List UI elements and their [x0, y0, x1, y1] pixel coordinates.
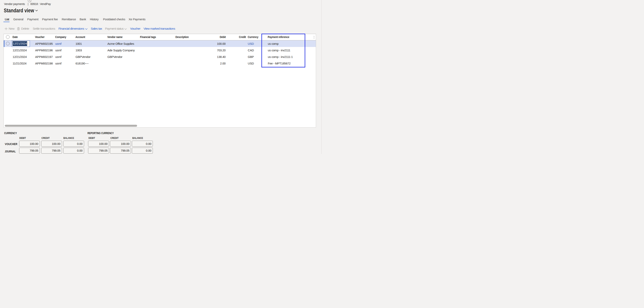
chevron-down-icon[interactable]	[124, 28, 127, 30]
journal-row-label: JOURNAL	[5, 150, 16, 153]
cell-date[interactable]: 12/21/2024	[12, 49, 34, 52]
column-header-vendor-name[interactable]: Vendor name	[106, 35, 136, 39]
horizontal-scrollbar-thumb[interactable]	[5, 125, 137, 127]
breadcrumb-separator: |	[28, 2, 28, 5]
cell-payment-reference[interactable]: Fee - MPT185672	[262, 62, 306, 65]
column-header-credit[interactable]: Credit	[229, 35, 247, 39]
chevron-down-icon[interactable]	[85, 28, 88, 30]
grid-row-2[interactable]: 12/21/2024 APPM002196 usmf 1003 Ade Supp…	[4, 47, 316, 53]
settle-transactions-button[interactable]: Settle transactions	[33, 27, 55, 30]
cell-account[interactable]: 1001	[75, 42, 106, 45]
cell-vendor-name[interactable]: GBPVendor	[106, 55, 139, 58]
column-header-company[interactable]: Company	[54, 35, 73, 39]
column-header-description[interactable]: Description	[175, 35, 204, 39]
cell-payment-reference[interactable]: us comp	[262, 42, 306, 45]
journal-reporting-debit-field[interactable]: 799.05	[88, 148, 109, 154]
cell-currency[interactable]: CAD	[247, 49, 262, 52]
column-header-voucher[interactable]: Voucher	[34, 35, 52, 39]
cell-company[interactable]: usmf	[54, 55, 75, 58]
column-header-payment-reference[interactable]: Payment reference	[262, 35, 301, 39]
column-header-debit[interactable]: Debit	[208, 35, 227, 39]
tab-history[interactable]: History	[90, 17, 99, 21]
sales-tax-button[interactable]: Sales tax	[91, 27, 102, 30]
cell-vendor-name[interactable]: Ade Supply Company	[106, 49, 139, 52]
grid-options-kebab-icon[interactable]	[314, 36, 314, 39]
voucher-reporting-balance-field[interactable]: 0.00	[132, 141, 153, 147]
cell-voucher[interactable]: APPM002195	[34, 42, 54, 45]
view-marked-transactions-button[interactable]: View marked transactions	[144, 27, 175, 30]
cell-payment-reference[interactable]: us comp - inv2111	[262, 49, 306, 52]
cell-voucher[interactable]: APPM002196	[34, 49, 54, 52]
cell-voucher[interactable]: APPM002198	[34, 62, 54, 65]
currency-credit-label: CREDIT	[42, 137, 50, 140]
cell-company[interactable]: usmf	[54, 42, 75, 45]
tab-postdated-checks[interactable]: Postdated checks	[103, 17, 125, 21]
select-all-column-header[interactable]	[4, 35, 12, 39]
cell-currency[interactable]: USD	[247, 42, 262, 45]
voucher-reporting-credit-field[interactable]: 100.00	[110, 141, 131, 147]
cell-date[interactable]: 12/21/2024	[12, 55, 34, 58]
voucher-reporting-debit-field[interactable]: 100.00	[88, 141, 109, 147]
select-all-radio[interactable]	[6, 35, 10, 39]
journal-reporting-credit-field[interactable]: 799.05	[110, 148, 131, 154]
currency-debit-label: DEBIT	[19, 137, 26, 140]
cell-debit[interactable]: 2.00	[206, 62, 227, 65]
tab-general[interactable]: General	[13, 17, 23, 21]
active-tab-underline	[4, 22, 10, 22]
new-button[interactable]: New	[4, 27, 14, 30]
cell-debit[interactable]: 138.40	[206, 55, 227, 58]
cell-vendor-name[interactable]: Acme Office Supplies	[106, 42, 139, 45]
cell-voucher[interactable]: APPM002197	[34, 55, 54, 58]
company-link[interactable]: usmf	[55, 42, 61, 45]
selected-text: 12/21/2024	[12, 41, 27, 46]
tab-xe-payments[interactable]: Xe Payments	[129, 17, 146, 21]
voucher-button[interactable]: Voucher	[130, 27, 140, 30]
cell-payment-reference[interactable]: us comp - inv2111-1	[262, 55, 306, 58]
currency-section-label: CURRENCY	[4, 132, 17, 135]
grid-row-3[interactable]: 12/21/2024 APPM002197 usmf GBPVendor GBP…	[4, 53, 316, 60]
tab-bank[interactable]: Bank	[80, 17, 86, 21]
cell-account[interactable]: 618190----	[75, 62, 106, 65]
date-edit-input[interactable]: 12/21/2024	[12, 40, 30, 47]
voucher-currency-debit-field[interactable]: 100.00	[19, 141, 40, 147]
cell-account[interactable]: GBPVendor	[75, 55, 106, 58]
payment-status-button[interactable]: Payment status	[105, 27, 124, 30]
cell-account[interactable]: 1003	[75, 49, 106, 52]
voucher-currency-credit-field[interactable]: 100.00	[41, 141, 62, 147]
column-header-date[interactable]: Date	[12, 35, 32, 39]
chevron-down-icon[interactable]	[35, 10, 38, 11]
add-icon	[4, 27, 8, 30]
grid-row-1[interactable]: APPM002195 usmf 1001 Acme Office Supplie…	[4, 40, 316, 47]
tab-payment[interactable]: Payment	[27, 17, 38, 21]
currency-link[interactable]: USD	[248, 42, 254, 45]
cell-date[interactable]: 11/21/2024	[12, 62, 34, 65]
tab-payment-fee[interactable]: Payment fee	[42, 17, 58, 21]
reporting-balance-label: BALANCE	[132, 137, 143, 140]
reporting-debit-label: DEBIT	[88, 137, 95, 140]
journal-currency-balance-field[interactable]: 0.00	[63, 148, 84, 154]
delete-icon	[17, 27, 20, 30]
column-header-currency[interactable]: Currency	[247, 35, 260, 39]
column-header-account[interactable]: Account	[75, 35, 104, 39]
journal-lines-grid: Date Voucher Company Account Vendor name…	[4, 34, 316, 128]
journal-reporting-balance-field[interactable]: 0.00	[132, 148, 153, 154]
cell-debit[interactable]: 703.20	[206, 49, 227, 52]
voucher-currency-balance-field[interactable]: 0.00	[63, 141, 84, 147]
blocked-cursor-icon	[28, 0, 32, 2]
cell-currency[interactable]: GBP	[247, 55, 262, 58]
cell-currency[interactable]: USD	[247, 62, 262, 65]
tab-remittance[interactable]: Remittance	[62, 17, 76, 21]
cell-company[interactable]: usmf	[54, 62, 75, 65]
grid-row-4[interactable]: 11/21/2024 APPM002198 usmf 618190---- 2.…	[4, 60, 316, 67]
cell-company[interactable]: usmf	[54, 49, 75, 52]
delete-button[interactable]: Delete	[17, 27, 29, 30]
journal-currency-credit-field[interactable]: 799.05	[41, 148, 62, 154]
row-radio[interactable]	[6, 42, 10, 45]
journal-currency-debit-field[interactable]: 799.05	[19, 148, 40, 154]
tab-list[interactable]: List	[5, 17, 9, 21]
financial-dimensions-button[interactable]: Financial dimensions	[58, 27, 84, 30]
column-header-financial-tags[interactable]: Financial tags	[139, 35, 171, 39]
page-title: Standard view	[4, 7, 34, 14]
breadcrumb-page[interactable]: Vendor payments	[4, 2, 25, 5]
cell-debit[interactable]: 100.00	[206, 42, 227, 45]
